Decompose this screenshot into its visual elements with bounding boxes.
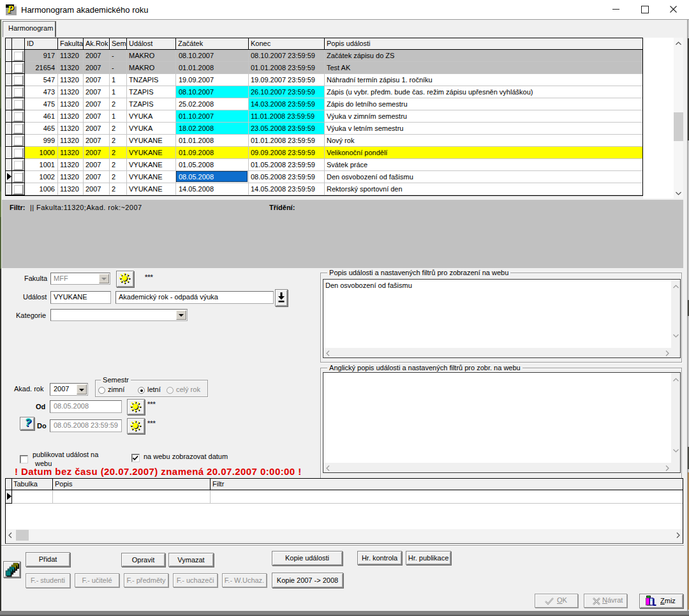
svg-text:P: P	[7, 4, 14, 15]
